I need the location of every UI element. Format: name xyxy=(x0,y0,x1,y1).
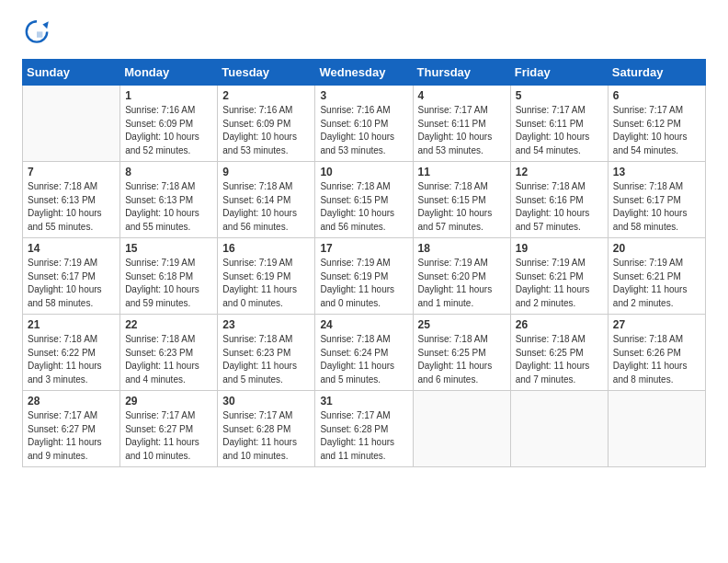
week-row-1: 7Sunrise: 7:18 AMSunset: 6:13 PMDaylight… xyxy=(23,162,706,238)
calendar-cell: 15Sunrise: 7:19 AMSunset: 6:18 PMDayligh… xyxy=(120,238,218,315)
header-row: SundayMondayTuesdayWednesdayThursdayFrid… xyxy=(23,60,706,86)
cell-info: Sunrise: 7:19 AMSunset: 6:21 PMDaylight:… xyxy=(516,257,603,310)
day-number: 9 xyxy=(222,166,310,178)
day-header-monday: Monday xyxy=(120,60,218,86)
cell-info: Sunrise: 7:19 AMSunset: 6:18 PMDaylight:… xyxy=(125,257,212,310)
cell-info: Sunrise: 7:19 AMSunset: 6:19 PMDaylight:… xyxy=(320,257,407,310)
logo xyxy=(22,18,55,48)
day-number: 15 xyxy=(125,242,212,255)
day-number: 21 xyxy=(28,318,115,331)
calendar-cell: 14Sunrise: 7:19 AMSunset: 6:17 PMDayligh… xyxy=(23,238,120,315)
day-number: 18 xyxy=(418,242,506,255)
calendar-cell: 5Sunrise: 7:17 AMSunset: 6:11 PMDaylight… xyxy=(510,86,608,162)
calendar-cell: 12Sunrise: 7:18 AMSunset: 6:16 PMDayligh… xyxy=(510,162,608,238)
day-header-saturday: Saturday xyxy=(608,60,705,86)
calendar-cell: 30Sunrise: 7:17 AMSunset: 6:28 PMDayligh… xyxy=(218,391,315,467)
calendar-cell xyxy=(23,86,120,162)
calendar-cell: 11Sunrise: 7:18 AMSunset: 6:15 PMDayligh… xyxy=(413,162,510,238)
day-number: 28 xyxy=(28,395,115,408)
calendar-cell: 3Sunrise: 7:16 AMSunset: 6:10 PMDaylight… xyxy=(315,86,413,162)
calendar-cell: 20Sunrise: 7:19 AMSunset: 6:21 PMDayligh… xyxy=(608,238,705,315)
day-number: 29 xyxy=(125,395,212,408)
week-row-2: 14Sunrise: 7:19 AMSunset: 6:17 PMDayligh… xyxy=(23,238,706,315)
calendar-cell xyxy=(608,391,705,467)
day-number: 26 xyxy=(516,318,603,331)
calendar-table: SundayMondayTuesdayWednesdayThursdayFrid… xyxy=(22,59,706,467)
day-number: 5 xyxy=(516,89,603,102)
day-number: 30 xyxy=(222,395,310,408)
page: SundayMondayTuesdayWednesdayThursdayFrid… xyxy=(0,0,728,482)
day-number: 22 xyxy=(125,318,212,331)
day-number: 7 xyxy=(28,166,115,178)
day-number: 3 xyxy=(320,89,407,102)
cell-info: Sunrise: 7:18 AMSunset: 6:15 PMDaylight:… xyxy=(418,180,506,234)
cell-info: Sunrise: 7:18 AMSunset: 6:25 PMDaylight:… xyxy=(418,333,506,386)
day-number: 13 xyxy=(613,166,700,178)
day-header-sunday: Sunday xyxy=(23,60,120,86)
calendar-cell: 26Sunrise: 7:18 AMSunset: 6:25 PMDayligh… xyxy=(510,315,608,391)
calendar-cell: 2Sunrise: 7:16 AMSunset: 6:09 PMDaylight… xyxy=(218,86,315,162)
cell-info: Sunrise: 7:16 AMSunset: 6:10 PMDaylight:… xyxy=(320,104,407,157)
calendar-cell: 17Sunrise: 7:19 AMSunset: 6:19 PMDayligh… xyxy=(315,238,413,315)
calendar-cell: 24Sunrise: 7:18 AMSunset: 6:24 PMDayligh… xyxy=(315,315,413,391)
day-number: 4 xyxy=(418,89,506,102)
day-number: 23 xyxy=(222,318,310,331)
cell-info: Sunrise: 7:17 AMSunset: 6:28 PMDaylight:… xyxy=(222,409,310,463)
cell-info: Sunrise: 7:17 AMSunset: 6:11 PMDaylight:… xyxy=(418,104,506,157)
cell-info: Sunrise: 7:19 AMSunset: 6:20 PMDaylight:… xyxy=(418,257,506,310)
logo-icon xyxy=(22,18,51,48)
calendar-cell: 23Sunrise: 7:18 AMSunset: 6:23 PMDayligh… xyxy=(218,315,315,391)
day-number: 10 xyxy=(320,166,407,178)
calendar-cell: 9Sunrise: 7:18 AMSunset: 6:14 PMDaylight… xyxy=(218,162,315,238)
week-row-0: 1Sunrise: 7:16 AMSunset: 6:09 PMDaylight… xyxy=(23,86,706,162)
cell-info: Sunrise: 7:18 AMSunset: 6:13 PMDaylight:… xyxy=(28,180,115,234)
cell-info: Sunrise: 7:17 AMSunset: 6:28 PMDaylight:… xyxy=(320,409,407,463)
day-number: 17 xyxy=(320,242,407,255)
cell-info: Sunrise: 7:18 AMSunset: 6:14 PMDaylight:… xyxy=(222,180,310,234)
cell-info: Sunrise: 7:18 AMSunset: 6:17 PMDaylight:… xyxy=(613,180,700,234)
calendar-cell: 27Sunrise: 7:18 AMSunset: 6:26 PMDayligh… xyxy=(608,315,705,391)
calendar-cell: 8Sunrise: 7:18 AMSunset: 6:13 PMDaylight… xyxy=(120,162,218,238)
day-number: 27 xyxy=(613,318,700,331)
calendar-cell: 25Sunrise: 7:18 AMSunset: 6:25 PMDayligh… xyxy=(413,315,510,391)
cell-info: Sunrise: 7:18 AMSunset: 6:16 PMDaylight:… xyxy=(516,180,603,234)
cell-info: Sunrise: 7:19 AMSunset: 6:17 PMDaylight:… xyxy=(28,257,115,310)
week-row-4: 28Sunrise: 7:17 AMSunset: 6:27 PMDayligh… xyxy=(23,391,706,467)
day-number: 31 xyxy=(320,395,407,408)
day-number: 6 xyxy=(613,89,700,102)
day-number: 2 xyxy=(222,89,310,102)
day-number: 8 xyxy=(125,166,212,178)
cell-info: Sunrise: 7:18 AMSunset: 6:25 PMDaylight:… xyxy=(516,333,603,386)
cell-info: Sunrise: 7:18 AMSunset: 6:22 PMDaylight:… xyxy=(28,333,115,386)
cell-info: Sunrise: 7:18 AMSunset: 6:15 PMDaylight:… xyxy=(320,180,407,234)
day-number: 16 xyxy=(222,242,310,255)
day-number: 1 xyxy=(125,89,212,102)
day-number: 12 xyxy=(516,166,603,178)
calendar-cell: 10Sunrise: 7:18 AMSunset: 6:15 PMDayligh… xyxy=(315,162,413,238)
calendar-cell: 31Sunrise: 7:17 AMSunset: 6:28 PMDayligh… xyxy=(315,391,413,467)
header xyxy=(22,18,706,48)
calendar-cell: 22Sunrise: 7:18 AMSunset: 6:23 PMDayligh… xyxy=(120,315,218,391)
cell-info: Sunrise: 7:18 AMSunset: 6:23 PMDaylight:… xyxy=(222,333,310,386)
calendar-cell: 28Sunrise: 7:17 AMSunset: 6:27 PMDayligh… xyxy=(23,391,120,467)
calendar-cell: 4Sunrise: 7:17 AMSunset: 6:11 PMDaylight… xyxy=(413,86,510,162)
calendar-cell: 7Sunrise: 7:18 AMSunset: 6:13 PMDaylight… xyxy=(23,162,120,238)
calendar-cell: 16Sunrise: 7:19 AMSunset: 6:19 PMDayligh… xyxy=(218,238,315,315)
day-header-wednesday: Wednesday xyxy=(315,60,413,86)
cell-info: Sunrise: 7:18 AMSunset: 6:13 PMDaylight:… xyxy=(125,180,212,234)
cell-info: Sunrise: 7:18 AMSunset: 6:23 PMDaylight:… xyxy=(125,333,212,386)
cell-info: Sunrise: 7:18 AMSunset: 6:26 PMDaylight:… xyxy=(613,333,700,386)
week-row-3: 21Sunrise: 7:18 AMSunset: 6:22 PMDayligh… xyxy=(23,315,706,391)
cell-info: Sunrise: 7:16 AMSunset: 6:09 PMDaylight:… xyxy=(222,104,310,157)
cell-info: Sunrise: 7:17 AMSunset: 6:12 PMDaylight:… xyxy=(613,104,700,157)
calendar-cell: 1Sunrise: 7:16 AMSunset: 6:09 PMDaylight… xyxy=(120,86,218,162)
day-number: 20 xyxy=(613,242,700,255)
calendar-cell: 18Sunrise: 7:19 AMSunset: 6:20 PMDayligh… xyxy=(413,238,510,315)
cell-info: Sunrise: 7:16 AMSunset: 6:09 PMDaylight:… xyxy=(125,104,212,157)
cell-info: Sunrise: 7:19 AMSunset: 6:19 PMDaylight:… xyxy=(222,257,310,310)
calendar-cell: 6Sunrise: 7:17 AMSunset: 6:12 PMDaylight… xyxy=(608,86,705,162)
calendar-cell xyxy=(510,391,608,467)
cell-info: Sunrise: 7:18 AMSunset: 6:24 PMDaylight:… xyxy=(320,333,407,386)
day-header-friday: Friday xyxy=(510,60,608,86)
day-number: 11 xyxy=(418,166,506,178)
